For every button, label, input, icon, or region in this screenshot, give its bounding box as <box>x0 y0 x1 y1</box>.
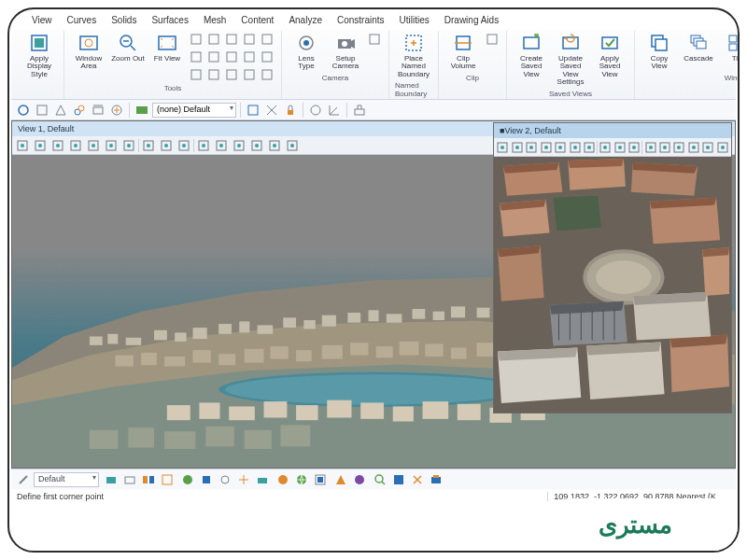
cube-icon[interactable] <box>496 139 509 156</box>
status-level-select[interactable]: Default <box>34 472 99 487</box>
tool-icon[interactable] <box>254 471 271 488</box>
ribbon-small-button[interactable] <box>188 66 204 83</box>
tool-icon[interactable] <box>140 471 157 488</box>
tool-icon[interactable] <box>103 471 120 488</box>
tool-icon[interactable] <box>15 471 32 488</box>
ribbon-small-button[interactable] <box>188 31 204 48</box>
tool-icon[interactable] <box>307 102 324 119</box>
cascade-button[interactable]: Cascade <box>680 31 717 64</box>
menu-analyze[interactable]: Analyze <box>283 13 328 27</box>
minus-icon[interactable] <box>32 137 49 154</box>
ribbon-small-button[interactable] <box>241 31 258 48</box>
apply-saved-view-button[interactable]: Apply Saved View <box>591 31 628 80</box>
camera-icon[interactable] <box>599 139 612 156</box>
lens-type-button[interactable]: Lens Type <box>288 31 325 73</box>
cube-icon[interactable] <box>14 137 31 154</box>
globe-icon[interactable] <box>293 471 310 488</box>
tool-icon[interactable] <box>15 102 32 119</box>
tool-icon[interactable] <box>351 102 368 119</box>
copy-view-button[interactable]: Copy View <box>641 31 678 73</box>
walk-icon[interactable] <box>583 139 596 156</box>
menu-content[interactable]: Content <box>235 13 279 27</box>
annotate-icon[interactable] <box>701 139 714 156</box>
clip-icon[interactable] <box>231 137 247 154</box>
pan-icon[interactable] <box>103 137 120 154</box>
tool-icon[interactable] <box>245 102 261 119</box>
ribbon-small-button[interactable] <box>205 66 222 83</box>
ribbon-small-button[interactable] <box>188 49 204 65</box>
tool-icon[interactable] <box>351 471 368 488</box>
grid-icon[interactable] <box>643 139 656 156</box>
tool-icon[interactable] <box>275 471 291 488</box>
menu-utilities[interactable]: Utilities <box>394 13 435 27</box>
tool-icon[interactable] <box>34 102 50 119</box>
view-2-titlebar[interactable]: ■ View 2, Default <box>494 123 731 138</box>
grid-icon[interactable] <box>195 137 212 154</box>
clip-icon[interactable] <box>672 139 685 156</box>
ribbon-small-button[interactable] <box>484 31 500 48</box>
magnifier-icon[interactable] <box>525 139 538 156</box>
measure-icon[interactable] <box>284 137 301 154</box>
section-icon[interactable] <box>248 137 265 154</box>
ribbon-small-button[interactable] <box>223 49 240 65</box>
ribbon-small-button[interactable] <box>241 49 258 65</box>
ribbon-small-button[interactable] <box>259 49 275 65</box>
search-icon[interactable] <box>372 471 388 488</box>
tile-button[interactable]: Tile <box>719 31 740 64</box>
menu-drawing-aids[interactable]: Drawing Aids <box>439 13 504 27</box>
globe-icon[interactable] <box>176 137 192 154</box>
tool-icon[interactable] <box>52 102 69 119</box>
walk-icon[interactable] <box>120 137 137 154</box>
tool-icon[interactable] <box>121 471 138 488</box>
create-saved-view-button[interactable]: Create Saved View <box>513 31 550 80</box>
ribbon-small-button[interactable] <box>366 31 383 48</box>
clip-volume-button[interactable]: Clip Volume <box>444 31 482 73</box>
magnifier-icon[interactable] <box>49 137 66 154</box>
place-named-boundary-button[interactable]: Place Named Boundary <box>395 31 432 80</box>
view-2-canvas[interactable] <box>494 157 731 413</box>
tool-icon[interactable] <box>90 102 106 119</box>
tool-icon[interactable] <box>179 471 196 488</box>
fit-icon[interactable] <box>539 139 552 156</box>
window-area-button[interactable]: Window Area <box>70 31 107 73</box>
tool-icon[interactable] <box>263 102 280 119</box>
measure-icon[interactable] <box>716 139 729 156</box>
rotate-icon[interactable] <box>554 139 567 156</box>
ribbon-small-button[interactable] <box>259 66 275 83</box>
tool-icon[interactable] <box>217 471 233 488</box>
tool-icon[interactable] <box>134 102 150 119</box>
tool-icon[interactable] <box>390 471 407 488</box>
render-icon[interactable] <box>613 139 627 156</box>
globe-icon[interactable] <box>627 139 641 156</box>
level-selector[interactable]: (none) Default <box>152 103 236 118</box>
tool-icon[interactable] <box>108 102 125 119</box>
layers-icon[interactable] <box>658 139 671 156</box>
menu-view[interactable]: View <box>26 13 58 27</box>
ribbon-small-button[interactable] <box>205 31 222 48</box>
menu-constraints[interactable]: Constraints <box>331 13 390 27</box>
menu-solids[interactable]: Solids <box>106 13 142 27</box>
menu-mesh[interactable]: Mesh <box>198 13 232 27</box>
lock-icon[interactable] <box>282 102 299 119</box>
ribbon-small-button[interactable] <box>259 31 275 48</box>
ribbon-small-button[interactable] <box>241 66 258 83</box>
zoom-out-button[interactable]: Zoom Out <box>109 31 147 64</box>
pan-icon[interactable] <box>568 139 581 156</box>
angle-icon[interactable] <box>326 102 343 119</box>
menu-surfaces[interactable]: Surfaces <box>146 13 193 27</box>
tool-icon[interactable] <box>428 471 444 488</box>
fit-icon[interactable] <box>67 137 84 154</box>
tool-icon[interactable] <box>235 471 252 488</box>
ribbon-small-button[interactable] <box>205 49 222 65</box>
tool-icon[interactable] <box>198 471 215 488</box>
tool-icon[interactable] <box>159 471 176 488</box>
tool-icon[interactable] <box>312 471 329 488</box>
camera-icon[interactable] <box>140 137 157 154</box>
apply-display-style-button[interactable]: Apply Display Style <box>21 31 58 80</box>
tool-icon[interactable] <box>409 471 426 488</box>
update-saved-view-settings-button[interactable]: Update Saved View Settings <box>552 31 589 89</box>
rotate-icon[interactable] <box>85 137 102 154</box>
ribbon-small-button[interactable] <box>223 66 240 83</box>
tool-icon[interactable] <box>71 102 88 119</box>
render-icon[interactable] <box>158 137 175 154</box>
